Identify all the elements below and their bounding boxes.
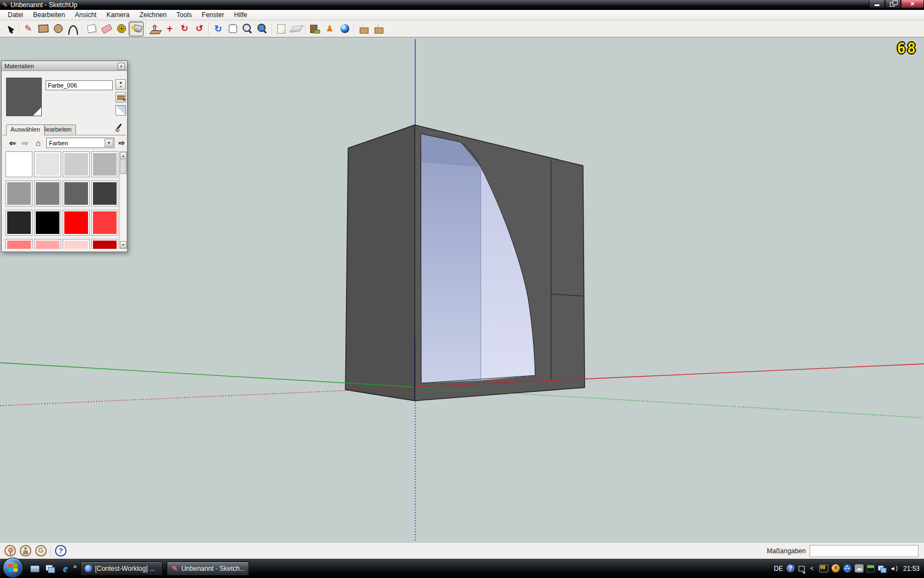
color-swatch[interactable] [6,239,32,249]
tab-auswaehlen[interactable]: Auswählen [6,124,45,135]
google-earth-tool[interactable] [337,21,352,36]
arc-tool[interactable] [65,21,80,36]
palette-scrollbar[interactable]: ▲ ▼ [119,151,127,249]
offset-tool[interactable]: ↺ [192,21,207,36]
color-swatch[interactable] [91,151,118,177]
create-material-button[interactable]: + [116,92,126,102]
sketchup-window: ✎ Unbenannt - SketchUp × DateiBearbeiten… [0,0,924,578]
clock[interactable]: 21:53 [903,565,920,572]
color-swatch[interactable] [63,210,90,236]
network-icon[interactable] [878,564,887,573]
pan-tool[interactable] [226,21,240,36]
forward-button[interactable]: ⇨ [19,138,31,148]
material-name-input[interactable] [46,80,113,90]
make-component-tool[interactable] [84,21,99,36]
eyedropper-icon[interactable] [114,122,123,132]
default-material-swatch[interactable] [116,105,126,116]
home-button[interactable]: ⌂ [32,138,44,148]
rotate-tool[interactable]: ↻ [177,21,192,36]
line-tool[interactable]: ✎ [21,21,36,36]
mixer-icon[interactable] [867,565,875,572]
collapse-chevron[interactable]: < [809,564,816,573]
toolbar-separator [305,22,306,35]
color-swatch[interactable] [63,239,90,249]
menu-datei[interactable]: Datei [3,10,28,19]
window-icon[interactable] [798,564,805,573]
help-icon[interactable]: ? [55,545,67,557]
coin-icon[interactable]: 9 [832,564,840,572]
share-model-tool[interactable]: ↑ [371,21,386,36]
photo-textures-tool[interactable] [307,21,322,36]
details-button[interactable]: ⇨ [116,138,128,148]
scroll-down-button[interactable]: ▼ [120,241,127,248]
model-canvas[interactable] [0,37,924,543]
dialog-close-button[interactable]: x [118,63,125,70]
color-swatch[interactable] [34,181,61,206]
taskbar-task[interactable]: Unbenannt - Sketch... [167,561,249,576]
menu-kamera[interactable]: Kamera [101,10,134,19]
circle-tool[interactable] [51,21,65,36]
zoom-tool[interactable] [240,21,255,36]
secondary-pane-button[interactable]: ▼ + [116,79,126,90]
select-tool[interactable] [2,21,17,36]
menu-zeichnen[interactable]: Zeichnen [134,10,171,19]
menu-hilfe[interactable]: Hilfe [229,10,252,19]
viewport[interactable]: 68 [0,37,924,542]
cloud-icon[interactable] [855,564,864,572]
menu-ansicht[interactable]: Ansicht [70,10,101,19]
show-desktop-icon[interactable] [29,563,40,574]
help-icon[interactable]: ? [787,564,795,572]
get-models-tool[interactable]: ↓ [356,21,371,36]
overflow-chevron-icon[interactable]: » [73,563,77,570]
scrollbar-thumb[interactable] [120,160,127,174]
color-swatch[interactable] [34,151,61,177]
switch-windows-icon[interactable] [45,563,56,574]
scroll-up-button[interactable]: ▲ [120,152,127,159]
eraser-tool[interactable] [99,21,114,36]
color-swatch[interactable] [6,181,32,206]
google-icon[interactable]: G [35,545,47,557]
fraps-icon[interactable]: 99 [819,565,828,572]
model-3d-box[interactable] [345,125,585,401]
language-indicator[interactable]: DE [774,565,783,572]
dots-icon[interactable] [843,564,851,572]
push-pull-tool[interactable]: ⇧ [147,21,162,36]
place-model-tool[interactable]: ♟ [322,21,337,36]
fps-counter: 68 [897,40,917,57]
color-swatch[interactable] [91,181,118,206]
color-swatch[interactable] [91,239,118,249]
close-button[interactable]: × [901,0,924,8]
minimize-button[interactable] [869,0,885,8]
chevron-down-icon[interactable]: ▼ [105,139,113,147]
add-location-tool[interactable]: ↓ [274,21,289,36]
move-tool[interactable]: + [162,21,177,36]
geolocation-pin-icon[interactable] [4,545,16,557]
materials-dialog-titlebar[interactable]: Materialien x [2,61,127,71]
toolbar-separator [272,22,272,35]
color-swatch[interactable] [6,210,32,236]
person-icon[interactable] [20,545,31,557]
menu-fenster[interactable]: Fenster [197,10,229,19]
tape-measure-tool[interactable] [114,21,129,36]
zoom-extents-tool[interactable] [255,21,270,36]
color-swatch[interactable] [63,181,90,206]
restore-button[interactable] [885,0,901,8]
internet-explorer-icon[interactable]: e [60,563,71,574]
color-swatch[interactable] [34,210,61,236]
color-swatch[interactable] [91,210,118,236]
start-button[interactable] [3,558,23,578]
color-swatch[interactable] [6,151,32,177]
color-swatch[interactable] [34,239,61,249]
paint-bucket-tool[interactable] [129,21,144,36]
color-swatch[interactable] [63,151,90,177]
orbit-tool[interactable]: ↻ [211,21,226,36]
menu-tools[interactable]: Tools [172,10,197,19]
taskbar-task[interactable]: [Contest-Worklog] ... [80,561,163,576]
collection-dropdown[interactable]: Farben ▼ [46,138,114,148]
menu-bearbeiten[interactable]: Bearbeiten [28,10,70,19]
toggle-terrain-tool[interactable] [289,21,304,36]
back-button[interactable]: ⇦ [7,138,18,148]
rectangle-tool[interactable] [36,21,51,36]
volume-icon[interactable] [890,564,898,573]
measurement-input[interactable] [810,545,919,557]
